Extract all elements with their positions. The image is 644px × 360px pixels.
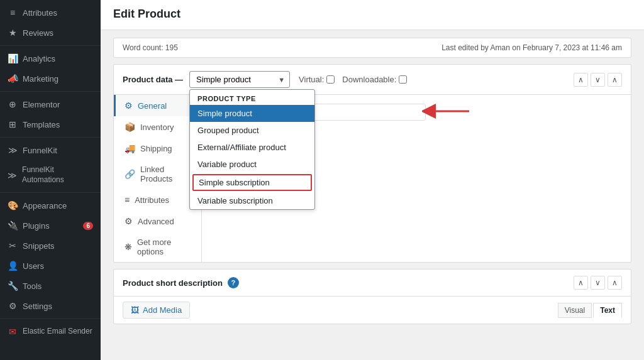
option-variable[interactable]: Variable product	[190, 156, 314, 173]
option-simple-subscription[interactable]: Simple subscription	[192, 174, 312, 191]
marketing-icon: 📣	[8, 74, 18, 84]
sidebar-item-tools[interactable]: 🔧 Tools	[0, 276, 101, 296]
short-desc-arrows: ∧ ∨ ∧	[574, 276, 622, 290]
word-count-bar: Word count: 195 Last edited by Aman on F…	[113, 38, 631, 58]
text-tab[interactable]: Text	[593, 303, 622, 318]
word-count-text: Word count: 195	[123, 43, 178, 52]
short-desc-down-arrow[interactable]: ∨	[591, 276, 605, 290]
option-external[interactable]: External/Affiliate product	[190, 139, 314, 156]
product-type-select[interactable]: Simple product	[189, 71, 290, 88]
sidebar-item-users[interactable]: 👤 Users	[0, 256, 101, 276]
downloadable-checkbox[interactable]	[399, 75, 407, 84]
plugins-icon: 🔌	[8, 221, 18, 231]
templates-icon: ⊞	[8, 119, 18, 129]
sidebar: ≡ Attributes ★ Reviews 📊 Analytics 📣 Mar…	[0, 0, 101, 360]
short-desc-toolbar: 🖼 Add Media Visual Text	[114, 297, 631, 324]
elementor-icon: ⊕	[8, 99, 18, 109]
dropdown-group-label: Product Type	[190, 90, 314, 105]
snippets-icon: ✂	[8, 241, 18, 251]
general-tab-icon: ⚙	[125, 101, 133, 111]
tab-linked-products[interactable]: 🔗 Linked Products	[114, 159, 201, 189]
sidebar-item-reviews[interactable]: ★ Reviews	[0, 23, 101, 43]
appearance-icon: 🎨	[8, 200, 18, 210]
product-data-up-arrow[interactable]: ∧	[574, 73, 588, 87]
sidebar-item-funnelkit-automations[interactable]: ≫ FunnelKit Automations	[0, 160, 101, 190]
tab-attributes[interactable]: ≡ Attributes	[114, 189, 201, 210]
advanced-tab-icon: ⚙	[125, 216, 133, 226]
short-desc-up-arrow[interactable]: ∧	[574, 276, 588, 290]
tab-inventory[interactable]: 📦 Inventory	[114, 116, 201, 138]
visual-tab[interactable]: Visual	[558, 303, 592, 318]
sidebar-item-elementor[interactable]: ⊕ Elementor	[0, 94, 101, 114]
page-title: Edit Product	[113, 8, 631, 21]
tab-general[interactable]: ⚙ General	[114, 95, 201, 116]
main-content: Edit Product Word count: 195 Last edited…	[101, 0, 644, 360]
virtual-checkbox[interactable]	[326, 75, 335, 84]
tab-shipping[interactable]: 🚚 Shipping	[114, 138, 201, 159]
settings-icon: ⚙	[8, 301, 18, 311]
product-type-menu: Product Type Simple product Grouped prod…	[189, 89, 315, 210]
sidebar-item-appearance[interactable]: 🎨 Appearance	[0, 195, 101, 215]
short-desc-collapse[interactable]: ∧	[608, 276, 622, 290]
shipping-tab-icon: 🚚	[125, 143, 135, 153]
last-edited-text: Last edited by Aman on February 7, 2023 …	[441, 43, 622, 52]
option-variable-subscription[interactable]: Variable subscription	[190, 192, 314, 209]
sidebar-item-settings[interactable]: ⚙ Settings	[0, 296, 101, 316]
add-media-button[interactable]: 🖼 Add Media	[123, 302, 190, 319]
reviews-icon: ★	[8, 28, 18, 38]
virtual-label: Virtual:	[299, 75, 335, 84]
product-data-collapse[interactable]: ∧	[608, 73, 622, 87]
sidebar-item-marketing[interactable]: 📣 Marketing	[0, 68, 101, 89]
sidebar-item-plugins[interactable]: 🔌 Plugins 6	[0, 215, 101, 236]
page-header: Edit Product	[101, 0, 644, 30]
attributes-icon: ≡	[8, 8, 18, 18]
option-simple[interactable]: Simple product	[190, 105, 314, 122]
linked-tab-icon: 🔗	[125, 169, 135, 179]
more-options-tab-icon: ❋	[125, 242, 132, 252]
attributes-tab-icon: ≡	[125, 195, 130, 205]
product-tabs: ⚙ General 📦 Inventory 🚚 Shipping 🔗 Linke…	[114, 95, 202, 262]
analytics-icon: 📊	[8, 53, 18, 63]
product-data-header: Product data — Simple product ▼ Product …	[114, 65, 631, 95]
elastic-email-icon: ✉	[8, 327, 18, 337]
users-icon: 👤	[8, 261, 18, 271]
sidebar-item-snippets[interactable]: ✂ Snippets	[0, 236, 101, 256]
product-data-label: Product data —	[123, 75, 183, 84]
short-desc-header: Product short description ? ∧ ∨ ∧	[114, 270, 631, 297]
funnelkit-icon: ≫	[8, 145, 18, 155]
product-type-dropdown[interactable]: Simple product ▼ Product Type Simple pro…	[189, 71, 290, 88]
virtual-downloadable: Virtual: Downloadable:	[299, 75, 407, 84]
tools-icon: 🔧	[8, 281, 18, 291]
tab-advanced[interactable]: ⚙ Advanced	[114, 210, 201, 232]
short-desc-label: Product short description	[123, 278, 223, 288]
sidebar-item-analytics[interactable]: 📊 Analytics	[0, 48, 101, 68]
product-data-section: Product data — Simple product ▼ Product …	[113, 64, 631, 263]
product-data-arrows: ∧ ∨ ∧	[574, 73, 622, 87]
sidebar-item-elastic-email[interactable]: ✉ Elastic Email Sender	[0, 322, 101, 342]
short-description-section: Product short description ? ∧ ∨ ∧ 🖼 Add …	[113, 269, 631, 324]
visual-text-tabs: Visual Text	[558, 303, 622, 318]
sidebar-item-templates[interactable]: ⊞ Templates	[0, 114, 101, 134]
funnelkit-automations-icon: ≫	[8, 170, 17, 180]
inventory-tab-icon: 📦	[125, 122, 135, 132]
downloadable-label: Downloadable:	[342, 75, 407, 84]
short-desc-help-icon[interactable]: ?	[228, 277, 239, 288]
option-grouped[interactable]: Grouped product	[190, 122, 314, 139]
tab-more-options[interactable]: ❋ Get more options	[114, 232, 201, 262]
add-media-icon: 🖼	[131, 305, 139, 315]
plugins-badge: 6	[83, 222, 93, 230]
product-data-down-arrow[interactable]: ∨	[591, 73, 605, 87]
sidebar-item-attributes[interactable]: ≡ Attributes	[0, 3, 101, 23]
sidebar-item-funnelkit[interactable]: ≫ FunnelKit	[0, 140, 101, 160]
